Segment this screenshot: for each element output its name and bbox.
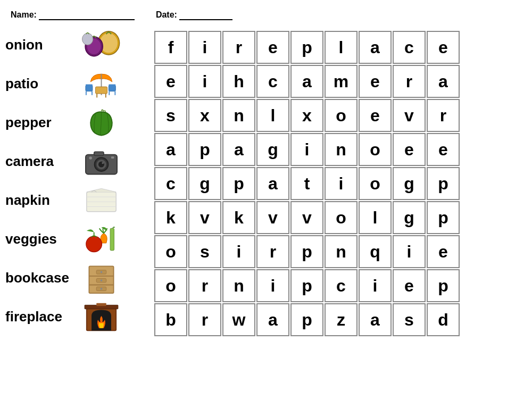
grid-cell-6-4[interactable]: p xyxy=(290,235,323,268)
grid-cell-2-0[interactable]: s xyxy=(154,99,187,132)
grid-cell-6-2[interactable]: i xyxy=(222,235,255,268)
grid-cell-0-4[interactable]: p xyxy=(290,31,323,64)
grid-cell-2-3[interactable]: l xyxy=(256,99,289,132)
grid-cell-6-5[interactable]: n xyxy=(325,235,358,268)
grid-cell-1-7[interactable]: r xyxy=(393,65,426,98)
grid-cell-4-7[interactable]: g xyxy=(393,167,426,200)
header: Name: Date: xyxy=(0,0,532,26)
grid-cell-3-8[interactable]: e xyxy=(427,133,460,166)
grid-cell-3-5[interactable]: n xyxy=(325,133,358,166)
grid-cell-2-5[interactable]: o xyxy=(325,99,358,132)
grid-cell-6-1[interactable]: s xyxy=(188,235,221,268)
word-item-fireplace: fireplace xyxy=(5,297,149,336)
grid-cell-1-2[interactable]: h xyxy=(222,65,255,98)
word-item-onion: onion xyxy=(5,26,149,64)
grid-cell-3-1[interactable]: p xyxy=(188,133,221,166)
grid-cell-5-8[interactable]: p xyxy=(427,201,460,234)
grid-cell-1-8[interactable]: a xyxy=(427,65,460,98)
grid-cell-3-0[interactable]: a xyxy=(154,133,187,166)
name-underline[interactable] xyxy=(39,10,135,20)
grid-cell-3-2[interactable]: a xyxy=(222,133,255,166)
grid-cell-0-3[interactable]: e xyxy=(256,31,289,64)
grid-cell-0-8[interactable]: e xyxy=(427,31,460,64)
grid-cell-7-1[interactable]: r xyxy=(188,269,221,302)
grid-cell-4-1[interactable]: g xyxy=(188,167,221,200)
grid-cell-8-8[interactable]: d xyxy=(427,303,460,336)
grid-cell-7-5[interactable]: c xyxy=(325,269,358,302)
name-label: Name: xyxy=(11,10,37,20)
grid-cell-5-6[interactable]: l xyxy=(359,201,392,234)
grid-cell-1-6[interactable]: e xyxy=(359,65,392,98)
grid-cell-5-0[interactable]: k xyxy=(154,201,187,234)
grid-cell-7-3[interactable]: i xyxy=(256,269,289,302)
grid-cell-2-7[interactable]: v xyxy=(393,99,426,132)
grid-cell-1-5[interactable]: m xyxy=(325,65,358,98)
svg-rect-7 xyxy=(85,91,86,95)
grid-cell-1-0[interactable]: e xyxy=(154,65,187,98)
grid-cell-3-6[interactable]: o xyxy=(359,133,392,166)
svg-rect-12 xyxy=(114,91,115,95)
grid-cell-0-0[interactable]: f xyxy=(154,31,187,64)
svg-rect-14 xyxy=(95,87,107,94)
grid-cell-4-4[interactable]: t xyxy=(290,167,323,200)
grid-cell-8-4[interactable]: p xyxy=(290,303,323,336)
grid-cell-6-6[interactable]: q xyxy=(359,235,392,268)
icon-fireplace xyxy=(80,300,122,334)
grid-cell-4-0[interactable]: c xyxy=(154,167,187,200)
grid-cell-3-4[interactable]: i xyxy=(290,133,323,166)
icon-bookcase xyxy=(80,261,122,295)
grid-cell-6-7[interactable]: i xyxy=(393,235,426,268)
grid-cell-0-2[interactable]: r xyxy=(222,31,255,64)
grid-cell-1-3[interactable]: c xyxy=(256,65,289,98)
icon-napkin xyxy=(80,183,122,218)
grid-cell-2-2[interactable]: n xyxy=(222,99,255,132)
grid-cell-4-6[interactable]: o xyxy=(359,167,392,200)
grid-cell-8-0[interactable]: b xyxy=(154,303,187,336)
grid-cell-4-3[interactable]: a xyxy=(256,167,289,200)
grid-cell-0-6[interactable]: a xyxy=(359,31,392,64)
grid-cell-6-8[interactable]: e xyxy=(427,235,460,268)
grid-cell-8-5[interactable]: z xyxy=(325,303,358,336)
grid-cell-4-8[interactable]: p xyxy=(427,167,460,200)
grid-cell-5-3[interactable]: v xyxy=(256,201,289,234)
date-underline[interactable] xyxy=(179,10,232,20)
grid-cell-4-2[interactable]: p xyxy=(222,167,255,200)
grid-cell-7-4[interactable]: p xyxy=(290,269,323,302)
grid-cell-7-6[interactable]: i xyxy=(359,269,392,302)
svg-point-4 xyxy=(82,33,93,45)
grid-cell-2-4[interactable]: x xyxy=(290,99,323,132)
grid-cell-5-7[interactable]: g xyxy=(393,201,426,234)
grid-cell-6-3[interactable]: r xyxy=(256,235,289,268)
svg-rect-15 xyxy=(96,94,97,97)
grid-cell-5-2[interactable]: k xyxy=(222,201,255,234)
grid-cell-8-2[interactable]: w xyxy=(222,303,255,336)
grid-cell-5-4[interactable]: v xyxy=(290,201,323,234)
grid-cell-2-8[interactable]: r xyxy=(427,99,460,132)
word-search-grid: fireplaceeihcamerasxnlxoevrapaginoeecgpa… xyxy=(154,31,460,336)
grid-cell-8-3[interactable]: a xyxy=(256,303,289,336)
grid-cell-6-0[interactable]: o xyxy=(154,235,187,268)
grid-cell-0-1[interactable]: i xyxy=(188,31,221,64)
grid-cell-7-7[interactable]: e xyxy=(393,269,426,302)
svg-rect-9 xyxy=(85,84,92,86)
svg-rect-30 xyxy=(110,228,114,251)
grid-cell-0-7[interactable]: c xyxy=(393,31,426,64)
grid-cell-2-1[interactable]: x xyxy=(188,99,221,132)
grid-cell-8-7[interactable]: s xyxy=(393,303,426,336)
grid-cell-3-3[interactable]: g xyxy=(256,133,289,166)
grid-cell-4-5[interactable]: i xyxy=(325,167,358,200)
grid-cell-3-7[interactable]: e xyxy=(393,133,426,166)
word-label-veggies: veggies xyxy=(5,231,74,247)
grid-cell-0-5[interactable]: l xyxy=(325,31,358,64)
grid-cell-5-1[interactable]: v xyxy=(188,201,221,234)
date-label: Date: xyxy=(156,10,177,20)
grid-cell-7-0[interactable]: o xyxy=(154,269,187,302)
grid-cell-7-8[interactable]: p xyxy=(427,269,460,302)
grid-cell-1-4[interactable]: a xyxy=(290,65,323,98)
grid-cell-8-1[interactable]: r xyxy=(188,303,221,336)
grid-cell-5-5[interactable]: o xyxy=(325,201,358,234)
grid-cell-7-2[interactable]: n xyxy=(222,269,255,302)
grid-cell-8-6[interactable]: a xyxy=(359,303,392,336)
grid-cell-2-6[interactable]: e xyxy=(359,99,392,132)
grid-cell-1-1[interactable]: i xyxy=(188,65,221,98)
